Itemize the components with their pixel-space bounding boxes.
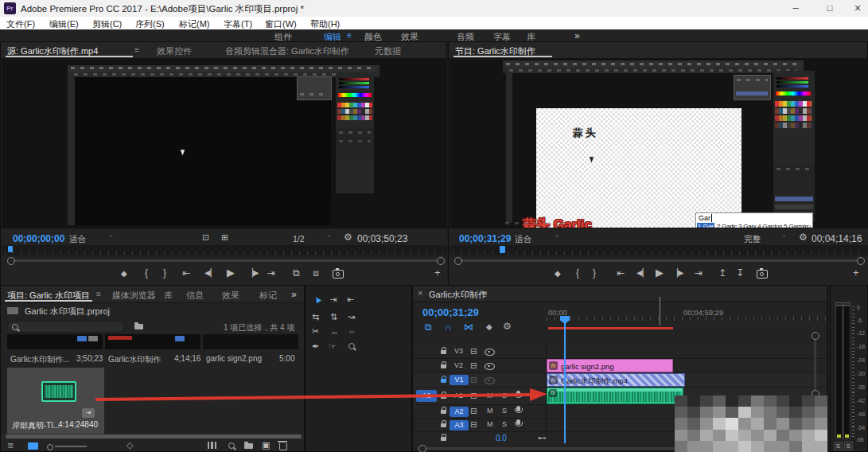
- source-panel-menu-icon[interactable]: ≡: [134, 45, 139, 54]
- play-button[interactable]: ▶: [227, 267, 235, 278]
- mark-out-button[interactable]: }: [593, 268, 596, 278]
- tab-effects[interactable]: 效果: [222, 290, 239, 302]
- step-back-button[interactable]: ◀▏: [204, 269, 216, 277]
- a2-solo-toggle[interactable]: S: [502, 407, 507, 415]
- v3-track-name[interactable]: V3: [454, 347, 463, 355]
- clip-v2-png[interactable]: fx garlic sign2.png: [547, 359, 673, 372]
- insert-button[interactable]: ⧉: [293, 268, 300, 278]
- a1-voiceover-record-icon[interactable]: [516, 391, 520, 396]
- slip-tool[interactable]: ↔: [330, 327, 339, 336]
- v1-track-name[interactable]: V1: [450, 375, 469, 385]
- v1-lock-toggle[interactable]: [441, 379, 446, 383]
- h-scroll-handle-left[interactable]: [418, 445, 426, 452]
- a1-lock-toggle[interactable]: [441, 395, 446, 399]
- clip-a1-audio[interactable]: fx: [547, 388, 683, 404]
- menu-markers[interactable]: 标记(M): [179, 18, 210, 30]
- search-bin-icon[interactable]: [134, 324, 143, 329]
- a1-solo-toggle[interactable]: S: [502, 392, 507, 399]
- v3-sync-lock-icon[interactable]: ⊟: [470, 348, 477, 356]
- program-timecode[interactable]: 00;00;31;29: [459, 233, 511, 244]
- project-tab-overflow-icon[interactable]: »: [291, 289, 297, 300]
- source-zoom-scrollbar[interactable]: [2, 255, 447, 265]
- pen-tool[interactable]: ✒: [312, 342, 319, 351]
- workspace-menu-icon[interactable]: ≡: [347, 31, 352, 40]
- item-thumb-3[interactable]: [203, 334, 298, 349]
- tab-sequence[interactable]: Garlic水印制作: [429, 289, 487, 301]
- step-forward-button[interactable]: ▕▶: [247, 269, 259, 277]
- a3-lock-toggle[interactable]: [441, 423, 446, 427]
- rolling-edit-tool[interactable]: ⇅: [330, 313, 337, 321]
- timeline-timecode[interactable]: 00;00;31;29: [422, 306, 479, 318]
- ime-input-text[interactable]: Gar: [699, 214, 712, 222]
- a2-lock-toggle[interactable]: [441, 410, 446, 414]
- project-h-scrollbar[interactable]: [1, 434, 304, 439]
- goto-out-button[interactable]: ⇥: [267, 268, 275, 278]
- a3-solo-toggle[interactable]: S: [502, 420, 507, 428]
- rate-stretch-tool[interactable]: ↝: [348, 313, 355, 321]
- track-select-backward-tool[interactable]: ⇤: [347, 295, 354, 304]
- source-settings-wrench-icon[interactable]: ⚙: [344, 232, 352, 242]
- tab-audio-clip-mixer[interactable]: 音频剪辑混合器: Garlic水印制作: [225, 45, 349, 57]
- play-button[interactable]: ▶: [656, 267, 664, 278]
- zoom-handle-right[interactable]: [437, 257, 445, 265]
- menu-edit[interactable]: 编辑(E): [49, 18, 79, 30]
- v2-sync-lock-icon[interactable]: ⊟: [470, 362, 477, 370]
- source-scrubber[interactable]: [2, 245, 447, 255]
- new-item-button[interactable]: ▣: [262, 441, 270, 450]
- v1-sync-lock-icon[interactable]: ⊟: [470, 376, 477, 384]
- program-resolution-dropdown[interactable]: 完整: [744, 234, 761, 245]
- tab-markers[interactable]: 标记: [259, 290, 277, 302]
- menu-clip[interactable]: 剪辑(C): [92, 18, 122, 30]
- export-frame-button[interactable]: [757, 270, 768, 279]
- add-marker-button[interactable]: ◆: [486, 323, 492, 331]
- a3-voiceover-record-icon[interactable]: [516, 419, 520, 425]
- selection-tool[interactable]: ▲: [311, 293, 324, 306]
- source-video-viewport[interactable]: [2, 58, 447, 228]
- zoom-handle-right[interactable]: [857, 257, 865, 265]
- a2-sync-lock-icon[interactable]: ⊟: [470, 407, 477, 415]
- workspace-overflow-icon[interactable]: »: [574, 30, 580, 41]
- menu-window[interactable]: 窗口(W): [265, 18, 297, 30]
- sort-icon[interactable]: ◇: [127, 441, 133, 450]
- zoom-handle-left[interactable]: [454, 257, 462, 265]
- add-button[interactable]: +: [434, 267, 441, 278]
- timeline-panel-menu-icon[interactable]: ≡: [483, 289, 488, 298]
- menu-sequence[interactable]: 序列(S): [135, 18, 165, 30]
- menu-file[interactable]: 文件(F): [6, 18, 35, 30]
- razor-tool[interactable]: ✂: [312, 327, 319, 336]
- v3-track-output-toggle[interactable]: [485, 349, 495, 356]
- search-input[interactable]: [7, 321, 125, 333]
- icon-view-button[interactable]: [28, 442, 38, 450]
- mark-in-button[interactable]: {: [576, 268, 579, 278]
- tab-effect-controls[interactable]: 效果控件: [157, 45, 192, 57]
- tab-media-browser[interactable]: 媒体浏览器: [112, 290, 156, 302]
- restore-button[interactable]: □: [818, 1, 842, 16]
- minimize-button[interactable]: –: [784, 1, 808, 16]
- timeline-settings-wrench-icon[interactable]: ⚙: [503, 321, 512, 331]
- overwrite-button[interactable]: ⧈: [313, 268, 319, 278]
- item-thumb-2[interactable]: [105, 334, 200, 349]
- slide-tool[interactable]: ⇔: [348, 327, 356, 336]
- hand-tool[interactable]: ☞: [329, 342, 337, 351]
- automate-to-sequence-button[interactable]: [208, 442, 216, 449]
- v1-track-output-toggle[interactable]: [485, 377, 495, 384]
- v2-lock-toggle[interactable]: [441, 364, 446, 368]
- program-playhead[interactable]: [500, 246, 505, 253]
- zoom-handle-left[interactable]: [7, 257, 15, 265]
- extract-button[interactable]: ↧: [736, 268, 744, 278]
- menu-help[interactable]: 帮助(H): [310, 18, 340, 30]
- ripple-edit-tool[interactable]: ⇆: [312, 313, 319, 321]
- list-view-button[interactable]: ≣: [7, 442, 14, 450]
- goto-in-button[interactable]: ⇤: [617, 268, 625, 278]
- timeline-tab-close-icon[interactable]: ×: [418, 288, 422, 298]
- thumb-zoom-slider[interactable]: [47, 444, 53, 450]
- program-zoom-scrollbar[interactable]: [450, 255, 868, 265]
- thumb-zoom-track[interactable]: [55, 446, 87, 447]
- snap-toggle[interactable]: ∩: [445, 322, 452, 332]
- lift-button[interactable]: ↥: [718, 268, 726, 278]
- tab-libraries[interactable]: 库: [164, 290, 173, 302]
- program-settings-wrench-icon[interactable]: ⚙: [799, 232, 808, 242]
- a1-sync-lock-icon[interactable]: ⊟: [470, 392, 477, 400]
- v2-track-output-toggle[interactable]: [485, 363, 495, 370]
- clear-button[interactable]: [279, 443, 287, 450]
